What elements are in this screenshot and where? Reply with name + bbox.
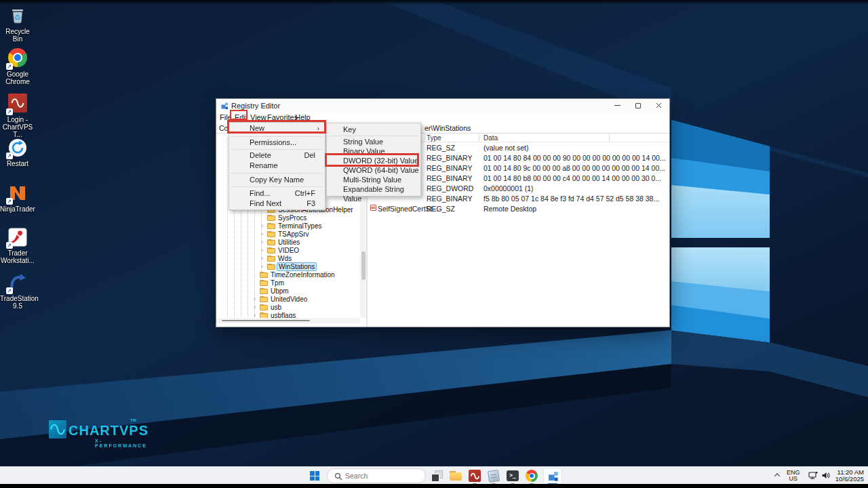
chevron-right-icon[interactable]: › bbox=[261, 230, 267, 238]
search-input[interactable] bbox=[345, 470, 420, 482]
desktop-icon-login-chartvps[interactable]: ↗ Login - ChartVPS T... bbox=[0, 93, 35, 138]
value-data: 0x00000001 (1) bbox=[484, 184, 534, 192]
task-view-icon bbox=[431, 470, 443, 482]
value-data: 01 00 14 80 84 00 00 00 90 00 00 00 00 0… bbox=[484, 154, 666, 162]
menu-item-accelerator: Del bbox=[304, 150, 315, 161]
desktop-icon-ninjatrader[interactable]: ↗ NinjaTrader bbox=[0, 183, 35, 213]
desktop-icon-google-chrome[interactable]: ↗ Google Chrome bbox=[0, 47, 35, 85]
menu-item-accelerator: Ctrl+F bbox=[295, 188, 315, 199]
chevron-right-icon[interactable]: › bbox=[261, 246, 267, 254]
menu-item-find-next[interactable]: Find Next F3 bbox=[229, 199, 325, 209]
menu-item-label: Key bbox=[343, 125, 356, 134]
menu-item-rename[interactable]: Rename bbox=[229, 161, 325, 171]
start-button[interactable] bbox=[307, 468, 323, 484]
chartvps-app-icon: ↗ bbox=[7, 94, 28, 114]
tree-item-label: VIDEO bbox=[278, 247, 299, 254]
scrollbar-thumb[interactable] bbox=[222, 320, 310, 321]
desktop-icon-trader-workstation[interactable]: ↗ Trader Workstati... bbox=[0, 227, 35, 264]
folder-icon bbox=[267, 223, 275, 229]
menu-item-find[interactable]: Find... Ctrl+F bbox=[229, 188, 325, 199]
terminal-icon: >_ bbox=[507, 470, 519, 481]
column-header-type[interactable]: Type bbox=[427, 134, 441, 142]
chevron-right-icon[interactable]: › bbox=[261, 254, 267, 262]
value-type: REG_SZ bbox=[427, 144, 455, 152]
tree-item-timezoneinformation[interactable]: TimeZoneInformation bbox=[254, 270, 335, 279]
chevron-right-icon[interactable]: › bbox=[261, 262, 267, 270]
chevron-right-icon[interactable]: › bbox=[254, 295, 260, 303]
tree-item-label-selected: WinStations bbox=[277, 262, 317, 271]
scrollbar-thumb[interactable] bbox=[361, 251, 366, 280]
tree-item-terminaltypes[interactable]: › TerminalTypes bbox=[261, 222, 321, 230]
tree-item-tpm[interactable]: Tpm bbox=[254, 279, 284, 287]
icon-label: Google bbox=[7, 70, 28, 78]
chevron-right-icon[interactable]: › bbox=[254, 303, 260, 311]
tree-item-label: Tpm bbox=[271, 279, 284, 287]
column-divider[interactable] bbox=[609, 134, 610, 142]
tree-item-wds[interactable]: › Wds bbox=[261, 254, 292, 262]
menu-item-label: Find Next bbox=[250, 199, 281, 209]
submenu-item-qword-64bit-value[interactable]: QWORD (64-bit) Value bbox=[327, 165, 420, 175]
tree-item-usb[interactable]: › usb bbox=[254, 303, 281, 311]
shortcut-arrow-icon: ↗ bbox=[6, 198, 13, 205]
tree-guide-line bbox=[227, 137, 228, 317]
tree-item-winstations[interactable]: › WinStations bbox=[261, 262, 317, 270]
taskbar-command-prompt[interactable]: >_ bbox=[505, 468, 521, 484]
screen-top-shade bbox=[0, 0, 868, 5]
icon-label: ChartVPS T... bbox=[3, 123, 33, 138]
column-divider[interactable] bbox=[479, 134, 479, 142]
submenu-item-key[interactable]: Key bbox=[327, 125, 420, 134]
recycle-bin-icon: ♻ bbox=[7, 5, 28, 26]
taskbar-registry-editor-active[interactable] bbox=[543, 468, 562, 484]
menu-item-permissions[interactable]: Permissions... bbox=[229, 138, 325, 148]
tray-language-switcher[interactable]: ENG US bbox=[787, 470, 800, 483]
close-icon bbox=[656, 102, 662, 108]
value-row-selfsignedcertstore[interactable]: ab SelfSignedCertSt... REG_SZ Remote Des… bbox=[368, 204, 669, 214]
icon-label: NinjaTrader bbox=[0, 205, 35, 213]
maximize-button[interactable] bbox=[628, 99, 648, 112]
taskbar-search[interactable] bbox=[327, 468, 426, 483]
submenu-item-string-value[interactable]: String Value bbox=[327, 137, 420, 146]
desktop-icon-recycle-bin[interactable]: ♻ Recycle Bin bbox=[0, 5, 35, 43]
tree-item-video[interactable]: › VIDEO bbox=[261, 246, 299, 254]
desktop-icon-restart[interactable]: ↗ Restart bbox=[0, 138, 35, 167]
taskbar-file-explorer[interactable] bbox=[448, 468, 464, 484]
title-bar[interactable]: Registry Editor bbox=[216, 99, 669, 113]
tree-item-label: TimeZoneInformation bbox=[271, 271, 335, 279]
submenu-item-expandable-string-value[interactable]: Expandable String Value bbox=[327, 184, 420, 194]
menu-item-label: Find... bbox=[250, 188, 271, 199]
tray-show-hidden-icons[interactable] bbox=[775, 473, 780, 478]
shortcut-arrow-icon: ↗ bbox=[6, 287, 13, 294]
menu-item-accelerator: F3 bbox=[307, 199, 315, 209]
tree-item-unitedvideo[interactable]: › UnitedVideo bbox=[254, 295, 307, 303]
tree-item-label: usb bbox=[271, 304, 281, 311]
folder-icon bbox=[267, 239, 275, 245]
chevron-right-icon[interactable]: › bbox=[261, 238, 267, 246]
minimize-button[interactable] bbox=[607, 99, 627, 112]
network-icon[interactable] bbox=[808, 471, 818, 480]
tree-item-sysprocs[interactable]: SysProcs bbox=[261, 214, 307, 222]
tree-item-ubpm[interactable]: Ubpm bbox=[254, 287, 289, 295]
value-type: REG_BINARY bbox=[427, 154, 473, 162]
taskbar-notepad[interactable] bbox=[486, 468, 502, 484]
tree-item-tsappsrv[interactable]: › TSAppSrv bbox=[261, 230, 309, 238]
submenu-item-multi-string-value[interactable]: Multi-String Value bbox=[327, 175, 420, 184]
tree-item-label: TerminalTypes bbox=[278, 222, 321, 230]
volume-icon[interactable] bbox=[821, 471, 831, 480]
search-icon bbox=[334, 472, 342, 481]
taskbar-task-view[interactable] bbox=[429, 468, 445, 484]
desktop-icon-tradestation[interactable]: ↗ TradeStation 9.5 bbox=[0, 272, 35, 310]
menu-item-copy-key-name[interactable]: Copy Key Name bbox=[229, 175, 325, 185]
menu-item-delete[interactable]: Delete Del bbox=[229, 150, 325, 161]
column-header-data[interactable]: Data bbox=[484, 134, 498, 142]
close-button[interactable] bbox=[648, 99, 669, 112]
taskbar-chrome[interactable] bbox=[524, 468, 540, 484]
tray-clock[interactable]: 11:20 AM 10/6/2025 bbox=[833, 469, 864, 483]
taskbar-chartvps-app[interactable] bbox=[467, 468, 483, 484]
tree-horizontal-scrollbar[interactable] bbox=[216, 318, 360, 323]
edit-menu-dropdown: New › Permissions... Delete Del Rename C… bbox=[229, 122, 326, 210]
column-divider[interactable] bbox=[425, 134, 425, 142]
chevron-right-icon[interactable]: › bbox=[261, 222, 267, 230]
value-data: 01 00 14 80 9c 00 00 00 a8 00 00 00 00 0… bbox=[484, 164, 665, 172]
tree-item-utilities[interactable]: › Utilities bbox=[261, 238, 300, 246]
icon-label: 9.5 bbox=[13, 302, 22, 310]
